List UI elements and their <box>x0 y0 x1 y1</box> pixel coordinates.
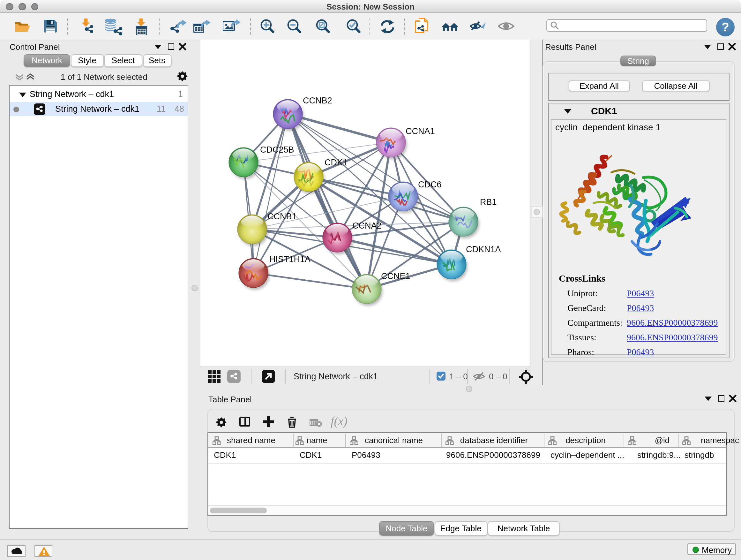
svg-text:CDKN1A: CDKN1A <box>466 245 501 254</box>
svg-text:CCNA2: CCNA2 <box>352 221 382 231</box>
svg-text:CCNB2: CCNB2 <box>303 96 332 105</box>
svg-text:CDC6: CDC6 <box>418 180 442 189</box>
svg-text:CDC25B: CDC25B <box>260 145 294 154</box>
svg-text:CCNA1: CCNA1 <box>406 126 435 136</box>
svg-text:RB1: RB1 <box>480 197 497 207</box>
svg-text:CCNB1: CCNB1 <box>267 212 297 221</box>
svg-text:HIST1H1A: HIST1H1A <box>269 254 311 264</box>
svg-text:CDK1: CDK1 <box>325 158 347 167</box>
svg-text:CCNE1: CCNE1 <box>381 271 410 281</box>
